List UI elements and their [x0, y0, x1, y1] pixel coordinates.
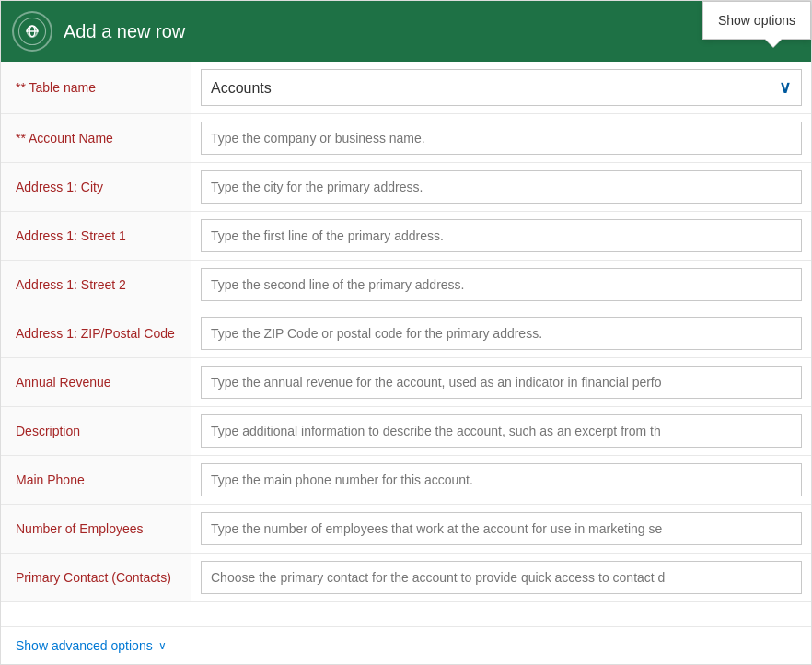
input-annual-revenue[interactable]: [201, 366, 802, 399]
label-table-name: * Table name: [1, 62, 191, 113]
input-cell-primary-contact: [191, 554, 811, 601]
select-wrapper-table-name: Accounts: [201, 69, 802, 106]
footer: Show advanced options ∨: [1, 626, 811, 664]
input-cell-account-name: [191, 114, 811, 162]
input-cell-address-street1: [191, 212, 811, 260]
form-row-main-phone: Main Phone: [1, 456, 811, 505]
form-row-address-zip: Address 1: ZIP/Postal Code: [1, 309, 811, 358]
form-row-num-employees: Number of Employees: [1, 505, 811, 554]
label-address-street1: Address 1: Street 1: [1, 212, 191, 260]
label-address-street2: Address 1: Street 2: [1, 261, 191, 309]
input-primary-contact[interactable]: [201, 561, 802, 594]
chevron-down-icon: ∨: [158, 639, 167, 652]
input-address-city[interactable]: [201, 170, 802, 204]
input-cell-address-street2: [191, 261, 811, 309]
input-description[interactable]: [201, 414, 802, 448]
form-row-address-city: Address 1: City: [1, 163, 811, 212]
input-cell-table-name: Accounts: [191, 62, 811, 113]
input-cell-main-phone: [191, 456, 811, 504]
label-description: Description: [1, 407, 191, 455]
input-num-employees[interactable]: [201, 512, 802, 545]
header: Add a new row Show options: [1, 1, 811, 62]
page-title: Add a new row: [64, 21, 185, 42]
form-row-account-name: * Account Name: [1, 114, 811, 163]
form-row-description: Description: [1, 407, 811, 456]
form-row-address-street2: Address 1: Street 2: [1, 261, 811, 309]
label-primary-contact: Primary Contact (Contacts): [1, 554, 191, 601]
show-options-button[interactable]: Show options: [702, 1, 811, 40]
input-cell-num-employees: [191, 505, 811, 553]
input-cell-address-zip: [191, 309, 811, 357]
input-account-name[interactable]: [201, 122, 802, 155]
input-main-phone[interactable]: [201, 463, 802, 496]
app-container: Add a new row Show options * Table nameA…: [0, 0, 812, 665]
input-address-street2[interactable]: [201, 268, 802, 301]
input-cell-address-city: [191, 163, 811, 211]
input-address-zip[interactable]: [201, 317, 802, 350]
form-content: * Table nameAccounts* Account NameAddres…: [1, 62, 811, 626]
select-table-name[interactable]: Accounts: [201, 69, 802, 106]
label-num-employees: Number of Employees: [1, 505, 191, 553]
label-main-phone: Main Phone: [1, 456, 191, 504]
label-annual-revenue: Annual Revenue: [1, 358, 191, 406]
label-address-city: Address 1: City: [1, 163, 191, 211]
form-row-table-name: * Table nameAccounts: [1, 62, 811, 114]
input-cell-description: [191, 407, 811, 455]
label-address-zip: Address 1: ZIP/Postal Code: [1, 309, 191, 357]
show-advanced-button[interactable]: Show advanced options ∨: [16, 638, 167, 653]
form-row-address-street1: Address 1: Street 1: [1, 212, 811, 261]
input-address-street1[interactable]: [201, 219, 802, 252]
label-account-name: * Account Name: [1, 114, 191, 162]
form-row-primary-contact: Primary Contact (Contacts): [1, 554, 811, 602]
app-logo: [12, 11, 52, 52]
form-row-annual-revenue: Annual Revenue: [1, 358, 811, 407]
input-cell-annual-revenue: [191, 358, 811, 406]
